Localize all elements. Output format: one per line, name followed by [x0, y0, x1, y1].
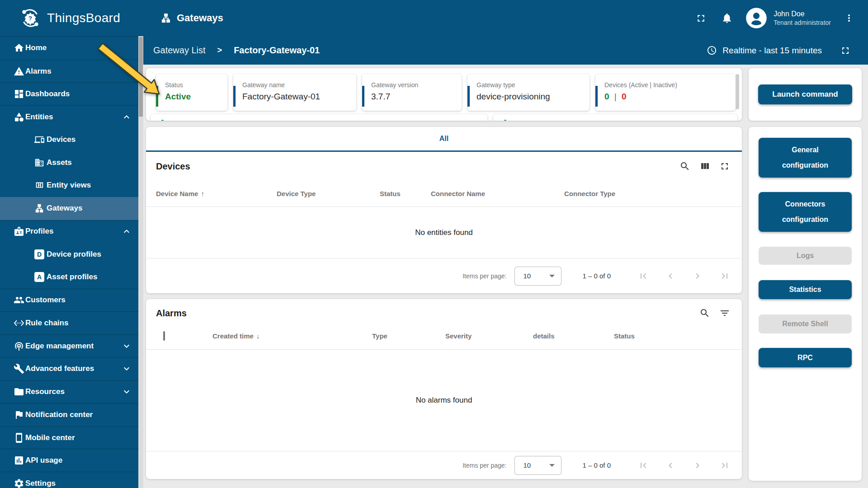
chart-icon: [14, 455, 24, 466]
devices-count-value: 0 | 0: [604, 92, 736, 102]
dashboard-fullscreen-button[interactable]: [840, 45, 851, 56]
more-vert-icon: [844, 13, 854, 23]
sidebar-item-device-profiles[interactable]: D Device profiles: [0, 243, 138, 266]
user-info: John Doe Tenant administrator: [774, 9, 831, 27]
col-device-type[interactable]: Device Type: [277, 190, 380, 197]
cards-scrollbar-thumb[interactable]: [736, 74, 739, 109]
sidebar-item-asset-profiles[interactable]: A Asset profiles: [0, 266, 138, 289]
col-device-name[interactable]: Device Name↑: [156, 190, 277, 197]
notifications-button[interactable]: [721, 12, 733, 24]
logs-button[interactable]: Logs: [759, 247, 852, 265]
connectors-configuration-button[interactable]: Connectors configuration: [759, 192, 852, 232]
partial-card: [151, 114, 487, 121]
prev-page-button[interactable]: [665, 460, 676, 471]
col-connector-type[interactable]: Connector Type: [564, 190, 732, 197]
next-page-button[interactable]: [692, 271, 703, 282]
more-menu-button[interactable]: [844, 13, 854, 23]
launch-command-button[interactable]: Launch command: [758, 84, 852, 104]
col-created-time[interactable]: Created time↓: [212, 332, 372, 340]
items-per-page-label: Items per page:: [462, 272, 506, 280]
sort-asc-icon: ↑: [201, 190, 204, 197]
sidebar-item-advanced-features[interactable]: Advanced features: [0, 357, 138, 380]
last-page-button[interactable]: [719, 460, 730, 471]
sidebar-item-gateways[interactable]: Gateways: [0, 197, 138, 220]
first-page-icon: [638, 460, 649, 471]
sidebar-item-assets[interactable]: Assets: [0, 151, 138, 174]
sidebar-item-api-usage[interactable]: API usage: [0, 449, 138, 472]
select-all-cell: [156, 332, 212, 340]
col-type[interactable]: Type: [372, 332, 445, 340]
devices-toolbar: [679, 161, 730, 172]
sidebar-item-alarms[interactable]: Alarms: [0, 60, 138, 83]
fullscreen-button[interactable]: [695, 13, 707, 24]
breadcrumb-bar: Gateway List > Factory-Gateway-01 Realti…: [143, 36, 868, 65]
last-page-button[interactable]: [719, 271, 730, 282]
general-configuration-button[interactable]: General configuration: [759, 138, 852, 178]
devices-page-size-select[interactable]: 10: [514, 267, 561, 286]
next-page-button[interactable]: [692, 460, 703, 471]
devices-fullscreen-button[interactable]: [719, 161, 730, 172]
prev-page-button[interactable]: [665, 271, 676, 282]
sidebar-item-devices[interactable]: Devices: [0, 128, 138, 151]
device-profile-icon: D: [34, 249, 44, 259]
sidebar-item-home[interactable]: Home: [0, 37, 138, 60]
col-connector-name[interactable]: Connector Name: [431, 190, 564, 197]
tethering-icon: [14, 341, 24, 352]
sidebar-item-resources[interactable]: Resources: [0, 380, 138, 403]
col-details[interactable]: details: [533, 332, 614, 340]
sidebar-scrollbar-track[interactable]: [138, 36, 143, 488]
asset-profile-icon: A: [34, 272, 44, 282]
status-value: Active: [165, 92, 227, 102]
thingsboard-logo[interactable]: ? ThingsBoard: [19, 0, 120, 36]
view-quilt-icon: [34, 180, 44, 190]
col-status[interactable]: Status: [380, 190, 431, 197]
alarms-table-header: Created time↓ Type Severity details Stat…: [146, 323, 742, 350]
sidebar-scrollbar-thumb[interactable]: [139, 37, 143, 117]
building-icon: [34, 158, 44, 168]
alarms-filter-button[interactable]: [719, 308, 730, 319]
timewindow-button[interactable]: Realtime - last 15 minutes: [707, 45, 822, 56]
tab-all[interactable]: All: [429, 127, 459, 150]
sidebar-item-notification-center[interactable]: Notification center: [0, 403, 138, 426]
alarms-page-size-select[interactable]: 10: [514, 456, 561, 475]
col-alarm-status[interactable]: Status: [614, 332, 732, 340]
first-page-button[interactable]: [638, 460, 649, 471]
devices-columns-button[interactable]: [699, 161, 710, 172]
lan-icon: [34, 203, 44, 213]
rpc-button[interactable]: RPC: [759, 348, 852, 367]
alarms-title: Alarms: [156, 308, 187, 319]
sidebar-item-entities[interactable]: Entities: [0, 105, 138, 128]
category-icon: [14, 112, 24, 122]
thingsboard-logo-icon: ?: [19, 7, 42, 29]
sidebar-item-customers[interactable]: Customers: [0, 289, 138, 312]
sidebar-item-mobile-center[interactable]: Mobile center: [0, 426, 138, 449]
active-count: 0: [604, 92, 609, 101]
sidebar-item-profiles[interactable]: Profiles: [0, 220, 138, 243]
devices-search-button[interactable]: [679, 161, 690, 172]
stat-cards-row: Status Active Gateway name Factory-Gatew…: [146, 68, 742, 111]
col-severity[interactable]: Severity: [445, 332, 533, 340]
user-avatar[interactable]: [745, 6, 768, 30]
chevron-up-icon: [121, 226, 132, 237]
gateway-type-card: Gateway type device-provisioning: [467, 74, 590, 111]
badge-icon: [14, 226, 24, 237]
search-icon: [679, 161, 690, 172]
devices-pagination-nav: [638, 271, 730, 282]
statistics-button[interactable]: Statistics: [759, 280, 852, 299]
breadcrumb-current: Factory-Gateway-01: [234, 45, 320, 56]
breadcrumb-gateway-list[interactable]: Gateway List: [153, 45, 206, 56]
alarms-search-button[interactable]: [699, 308, 710, 319]
chevron-down-icon: [121, 386, 132, 397]
sidebar-item-rule-chains[interactable]: Rule chains: [0, 311, 138, 334]
sidebar-item-settings[interactable]: Settings: [0, 472, 138, 488]
partial-card: [493, 114, 737, 121]
sidebar-item-edge-management[interactable]: Edge management: [0, 334, 138, 357]
sidebar-item-dashboards[interactable]: Dashboards: [0, 82, 138, 105]
sidebar-item-entity-views[interactable]: Entity views: [0, 174, 138, 197]
dot-icon: [161, 120, 164, 121]
first-page-button[interactable]: [638, 271, 649, 282]
devices-page-range: 1 – 0 of 0: [582, 272, 611, 280]
select-all-checkbox[interactable]: [163, 331, 165, 341]
last-page-icon: [719, 460, 730, 471]
remote-shell-button[interactable]: Remote Shell: [759, 314, 852, 333]
